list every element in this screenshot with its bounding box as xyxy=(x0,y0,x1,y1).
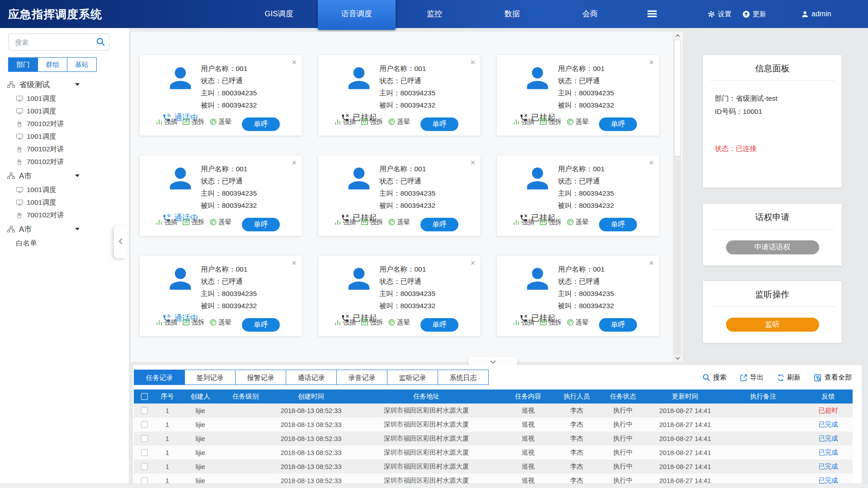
sidebar-collapse-handle[interactable] xyxy=(114,226,127,258)
remote-stun-action[interactable]: 遥晕 xyxy=(567,117,589,126)
close-icon[interactable]: × xyxy=(649,58,654,67)
nav-item-1[interactable]: 语音调度 xyxy=(318,0,396,30)
tree-item-0-3[interactable]: 1001调度 xyxy=(7,130,120,143)
remote-stun-action[interactable]: 遥晕 xyxy=(388,117,410,126)
close-icon[interactable]: × xyxy=(470,158,475,168)
menu-icon[interactable] xyxy=(647,10,657,19)
record-tab-5[interactable]: 监听记录 xyxy=(387,370,438,385)
remote-stun-action[interactable]: 遥晕 xyxy=(388,218,410,226)
barge-in-action[interactable]: 强插 xyxy=(513,318,534,327)
single-call-button[interactable]: 单呼 xyxy=(420,218,458,231)
single-call-button[interactable]: 单呼 xyxy=(599,218,637,231)
single-call-button[interactable]: 单呼 xyxy=(599,117,637,131)
nav-item-0[interactable]: GIS调度 xyxy=(240,0,318,28)
single-call-button[interactable]: 单呼 xyxy=(420,318,458,332)
remote-stun-action[interactable]: 遥晕 xyxy=(567,218,589,226)
horizontal-scrollbar[interactable] xyxy=(0,483,868,488)
barge-in-action[interactable]: 强插 xyxy=(156,218,177,226)
row-checkbox[interactable] xyxy=(141,435,148,442)
barge-in-action[interactable]: 强插 xyxy=(335,218,356,226)
barge-in-action[interactable]: 强插 xyxy=(335,318,356,327)
scrollbar-track[interactable] xyxy=(674,156,681,354)
remote-stun-action[interactable]: 遥晕 xyxy=(210,218,231,226)
force-release-action[interactable]: 强拆 xyxy=(540,318,561,327)
row-checkbox[interactable] xyxy=(141,449,148,456)
single-call-button[interactable]: 单呼 xyxy=(242,318,280,332)
search-tool[interactable]: 搜索 xyxy=(703,373,726,382)
tree-item-0-5[interactable]: 700102对讲 xyxy=(7,155,120,168)
tree-item-1-2[interactable]: 700102对讲 xyxy=(7,209,120,221)
update-button[interactable]: 更新 xyxy=(742,0,766,28)
force-release-action[interactable]: 强拆 xyxy=(361,218,383,226)
close-icon[interactable]: × xyxy=(292,158,297,168)
nav-item-2[interactable]: 监控 xyxy=(396,0,473,28)
scrollbar-thumb[interactable] xyxy=(674,40,681,156)
search-icon[interactable] xyxy=(96,38,105,48)
force-release-action[interactable]: 强拆 xyxy=(361,117,383,126)
record-tab-4[interactable]: 录音记录 xyxy=(336,370,387,385)
remote-stun-action[interactable]: 遥晕 xyxy=(210,318,231,327)
record-tab-1[interactable]: 签到记录 xyxy=(184,370,236,385)
row-checkbox[interactable] xyxy=(141,407,148,414)
record-tab-6[interactable]: 系统日志 xyxy=(438,370,489,385)
sidebar-tab-1[interactable]: 群组 xyxy=(38,57,67,72)
tree-item-0-0[interactable]: 1001调度 xyxy=(7,92,120,105)
row-checkbox[interactable] xyxy=(141,477,148,484)
tree-item-1-1[interactable]: 1001调度 xyxy=(7,196,120,209)
single-call-button[interactable]: 单呼 xyxy=(420,117,458,131)
export-tool[interactable]: 导出 xyxy=(740,373,764,382)
monitor-button[interactable]: 监听 xyxy=(726,318,819,332)
search-input[interactable] xyxy=(14,36,93,48)
scroll-up-icon[interactable] xyxy=(674,32,681,39)
tree-item-0-1[interactable]: 1001调度 xyxy=(7,105,120,117)
force-release-action[interactable]: 强拆 xyxy=(183,318,204,327)
record-tab-2[interactable]: 报警记录 xyxy=(235,370,286,385)
card-actions: 强插强拆遥晕 xyxy=(335,318,410,327)
single-call-button[interactable]: 单呼 xyxy=(242,117,280,131)
remote-stun-action[interactable]: 遥晕 xyxy=(567,318,589,327)
tree-item-0-4[interactable]: 700102对讲 xyxy=(7,143,120,155)
barge-in-action[interactable]: 强插 xyxy=(513,117,534,126)
sidebar-tab-2[interactable]: 基站 xyxy=(67,57,97,72)
tree-item-0-2[interactable]: 700102对讲 xyxy=(7,117,120,130)
row-checkbox[interactable] xyxy=(141,463,148,470)
close-icon[interactable]: × xyxy=(470,58,475,67)
barge-in-action[interactable]: 强插 xyxy=(513,218,534,226)
row-checkbox[interactable] xyxy=(141,421,148,428)
force-release-action[interactable]: 强拆 xyxy=(183,117,204,126)
single-call-button[interactable]: 单呼 xyxy=(599,318,637,332)
request-floor-button[interactable]: 申请话语权 xyxy=(726,240,819,254)
settings-button[interactable]: 设置 xyxy=(708,0,731,28)
barge-in-action[interactable]: 强插 xyxy=(156,318,177,327)
tree-group-1[interactable]: A市 xyxy=(7,168,80,183)
nav-item-4[interactable]: 会商 xyxy=(551,0,629,28)
tree-group-2[interactable]: A市 xyxy=(7,221,80,237)
sidebar-tab-0[interactable]: 部门 xyxy=(8,57,38,72)
cards-scrollbar[interactable] xyxy=(673,32,681,362)
close-icon[interactable]: × xyxy=(470,258,475,268)
remote-stun-action[interactable]: 遥晕 xyxy=(388,318,410,327)
force-release-action[interactable]: 强拆 xyxy=(540,117,561,126)
tree-group-0[interactable]: 省级测试 xyxy=(7,77,80,92)
force-release-action[interactable]: 强拆 xyxy=(183,218,204,226)
select-all-checkbox[interactable] xyxy=(141,393,148,400)
single-call-button[interactable]: 单呼 xyxy=(242,218,280,231)
remote-stun-action[interactable]: 遥晕 xyxy=(210,117,231,126)
close-icon[interactable]: × xyxy=(649,158,654,168)
barge-in-action[interactable]: 强插 xyxy=(335,117,356,126)
tree-item-1-0[interactable]: 1001调度 xyxy=(7,183,120,196)
record-tab-3[interactable]: 通话记录 xyxy=(286,370,337,385)
force-release-action[interactable]: 强拆 xyxy=(361,318,383,327)
record-tab-0[interactable]: 任务记录 xyxy=(134,370,185,385)
close-icon[interactable]: × xyxy=(292,58,297,67)
refresh-tool[interactable]: 刷新 xyxy=(777,373,801,382)
close-icon[interactable]: × xyxy=(649,258,654,268)
force-release-action[interactable]: 强拆 xyxy=(540,218,561,226)
user-menu[interactable]: admin xyxy=(801,0,831,28)
viewall-tool[interactable]: 查看全部 xyxy=(814,373,852,382)
nav-item-3[interactable]: 数据 xyxy=(473,0,551,28)
barge-in-action[interactable]: 强插 xyxy=(156,117,177,126)
tree-item-2-0[interactable]: 白名单 xyxy=(7,237,120,249)
scroll-down-icon[interactable] xyxy=(674,354,681,362)
close-icon[interactable]: × xyxy=(292,258,297,268)
